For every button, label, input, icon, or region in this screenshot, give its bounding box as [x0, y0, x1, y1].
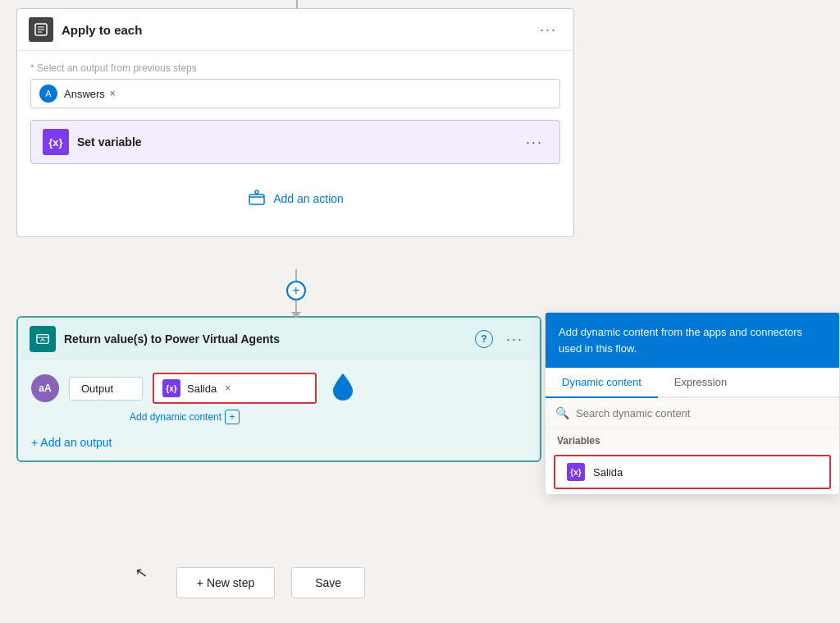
answers-icon: A — [39, 85, 57, 103]
variables-section-label: Variables — [546, 428, 839, 450]
apply-to-each-title: Apply to each — [62, 23, 142, 37]
main-canvas: Apply to each ··· * Select an output fro… — [0, 0, 840, 623]
dynamic-content-panel: Add dynamic content from the apps and co… — [545, 312, 840, 495]
avatar: aA — [31, 374, 59, 402]
set-variable-left: {x} Set variable — [43, 129, 142, 155]
output-row: aA Output {x} Salida × — [31, 372, 527, 405]
add-action-button[interactable]: Add an action — [247, 189, 344, 208]
add-dynamic-plus-icon: + — [225, 410, 240, 424]
answers-tag: Answers × — [64, 88, 116, 100]
return-body: aA Output {x} Salida × Add dynami — [18, 360, 540, 460]
salida-tag-close[interactable]: × — [225, 383, 231, 394]
add-action-area: Add an action — [30, 164, 560, 225]
apply-to-each-content: * Select an output from previous steps A… — [17, 51, 573, 236]
salida-panel-icon: {x} — [567, 463, 585, 481]
salida-input-box[interactable]: {x} Salida × — [153, 373, 317, 404]
salida-text: Salida — [187, 383, 217, 395]
salida-panel-item[interactable]: {x} Salida — [554, 455, 831, 489]
header-left: Apply to each — [29, 17, 142, 42]
return-ellipsis-button[interactable]: ··· — [501, 329, 528, 350]
tab-expression[interactable]: Expression — [658, 368, 743, 398]
panel-search-area: 🔍 — [546, 398, 839, 428]
set-variable-title: Set variable — [77, 135, 142, 149]
dynamic-panel-header: Add dynamic content from the apps and co… — [546, 313, 839, 368]
header-actions: ? ··· — [475, 329, 528, 350]
help-button[interactable]: ? — [475, 330, 493, 348]
bottom-bar: + New step Save — [0, 567, 541, 598]
variable-icon: {x} — [43, 129, 69, 155]
output-label-box: Output — [69, 377, 143, 401]
svg-point-2 — [255, 190, 258, 194]
apply-ellipsis-button[interactable]: ··· — [535, 20, 562, 40]
salida-panel-label: Salida — [593, 466, 623, 479]
return-icon — [30, 326, 56, 352]
add-output-button[interactable]: + Add an output — [31, 436, 112, 449]
save-button[interactable]: Save — [291, 567, 365, 598]
dynamic-panel-tabs: Dynamic content Expression — [546, 368, 839, 398]
search-icon: 🔍 — [555, 406, 569, 419]
set-variable-row[interactable]: {x} Set variable ··· — [30, 120, 560, 164]
output-input[interactable]: A Answers × — [30, 79, 560, 108]
return-header: Return value(s) to Power Virtual Agents … — [18, 318, 540, 360]
return-title: Return value(s) to Power Virtual Agents — [64, 332, 280, 346]
tab-dynamic-content[interactable]: Dynamic content — [546, 368, 658, 398]
answers-tag-close[interactable]: × — [110, 88, 116, 99]
apply-to-each-block: Apply to each ··· * Select an output fro… — [16, 8, 574, 237]
apply-icon — [29, 17, 53, 42]
plus-connector-circle[interactable]: + — [286, 281, 306, 300]
add-dynamic-link[interactable]: Add dynamic content + — [130, 410, 527, 424]
return-header-left: Return value(s) to Power Virtual Agents — [30, 326, 280, 352]
return-values-block: Return value(s) to Power Virtual Agents … — [16, 316, 541, 462]
block-connector: + — [286, 269, 306, 318]
set-variable-ellipsis[interactable]: ··· — [521, 132, 548, 153]
salida-variable-icon: {x} — [162, 379, 180, 397]
search-dynamic-input[interactable] — [576, 407, 829, 419]
svg-rect-1 — [249, 195, 264, 204]
droplet-icon — [331, 372, 354, 405]
apply-to-each-header: Apply to each ··· — [17, 9, 573, 51]
field-label: * Select an output from previous steps — [30, 62, 560, 74]
new-step-button[interactable]: + New step — [176, 567, 275, 598]
add-action-icon — [247, 189, 267, 208]
